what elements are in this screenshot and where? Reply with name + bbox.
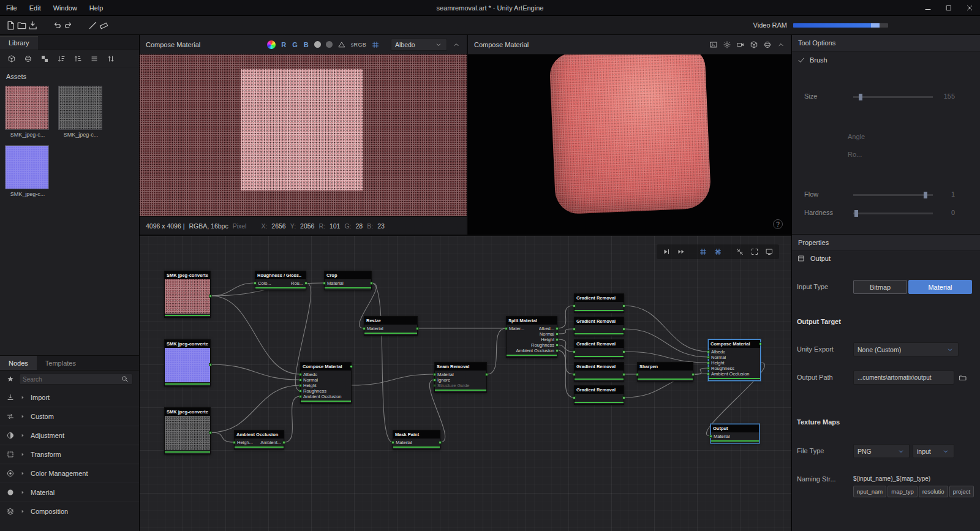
node-smk2[interactable]: SMK jpeg-converte [164, 339, 211, 386]
sort-columns-icon[interactable] [105, 53, 116, 64]
category-composition[interactable]: Composition [0, 502, 139, 521]
file-scope-select[interactable]: input [913, 444, 954, 458]
category-material[interactable]: Material [0, 483, 139, 502]
input-port[interactable] [707, 356, 710, 359]
menu-file[interactable]: File [0, 0, 23, 16]
node-crop[interactable]: CropMaterial [324, 271, 372, 290]
brush-section-header[interactable]: Brush [797, 56, 827, 64]
node-gr5[interactable]: Gradient Removal [574, 385, 624, 405]
output-port[interactable] [370, 282, 373, 285]
group-icon[interactable] [89, 53, 100, 64]
category-transform[interactable]: Transform [0, 445, 139, 464]
node-output-port[interactable] [350, 365, 353, 368]
texture-2d-canvas[interactable] [140, 55, 467, 216]
menu-help[interactable]: Help [83, 0, 110, 16]
hardness-slider[interactable] [853, 213, 933, 214]
size-slider[interactable] [853, 96, 933, 98]
input-port[interactable] [573, 373, 576, 376]
node-smk3[interactable]: SMK jpeg-converte [164, 407, 211, 454]
input-port[interactable] [505, 327, 508, 330]
input-port[interactable] [363, 327, 366, 330]
tab-nodes[interactable]: Nodes [0, 356, 37, 370]
output-port[interactable] [556, 333, 559, 336]
node-graph-editor[interactable]: SMK jpeg-converteRoughness / Gloss..Colo… [140, 235, 791, 531]
srgb-toggle[interactable]: sRGB [351, 42, 366, 48]
input-port[interactable] [391, 441, 394, 444]
collapse-panel-icon[interactable] [777, 40, 785, 49]
input-port[interactable] [299, 390, 302, 393]
asset-thumbnail[interactable]: SMK_jpeg-c... [5, 86, 50, 138]
node-resize[interactable]: ResizeMaterial [364, 316, 418, 336]
step-forward-icon[interactable] [659, 246, 674, 258]
node-seam[interactable]: Seam RemovalMaterialIgnoreStructure Guid… [434, 362, 487, 393]
grid-icon[interactable] [696, 246, 710, 258]
output-port[interactable] [439, 441, 442, 444]
input-type-material-button[interactable]: Material [908, 280, 972, 294]
fast-forward-icon[interactable] [674, 246, 688, 258]
input-port[interactable] [573, 396, 576, 399]
checker-icon[interactable] [39, 53, 50, 64]
node-output-port[interactable] [209, 295, 212, 298]
import-file-icon[interactable] [27, 20, 38, 31]
slider-handle[interactable] [924, 192, 927, 198]
node-output-port[interactable] [209, 431, 212, 434]
search-input[interactable] [23, 376, 121, 383]
naming-value[interactable]: $(input_name)_$(map_type) [853, 475, 930, 482]
node-compose1[interactable]: Compose MaterialAlbedoNormalHeightRoughn… [300, 362, 352, 404]
channel-r-button[interactable]: R [281, 41, 287, 48]
node-ao[interactable]: Ambient OcclusionHeigh...Ambient... [234, 430, 284, 450]
output-port[interactable] [622, 396, 625, 399]
color-wheel-icon[interactable] [267, 40, 276, 49]
unity-export-select[interactable]: None (Custom) [853, 342, 959, 356]
shrink-icon[interactable] [733, 246, 747, 258]
input-port[interactable] [323, 282, 326, 285]
redo-icon[interactable] [62, 20, 74, 31]
slider-handle[interactable] [859, 94, 862, 100]
input-port[interactable] [433, 384, 436, 387]
close-icon[interactable] [959, 0, 980, 16]
input-port[interactable] [573, 304, 576, 307]
output-port[interactable] [622, 350, 625, 353]
collapse-panel-icon[interactable] [452, 40, 461, 49]
category-import[interactable]: Import [0, 388, 139, 407]
display-icon[interactable] [762, 246, 777, 258]
naming-tag[interactable]: nput_nam [853, 486, 886, 497]
new-file-icon[interactable] [5, 20, 16, 31]
input-port[interactable] [299, 373, 302, 376]
output-port[interactable] [282, 441, 285, 444]
maximize-icon[interactable] [938, 0, 959, 16]
input-type-bitmap-button[interactable]: Bitmap [853, 280, 907, 294]
node-output-port[interactable] [209, 363, 212, 366]
render-3d-canvas[interactable]: ? [468, 55, 791, 235]
output-port[interactable] [622, 328, 625, 331]
sphere-mesh-icon[interactable] [763, 40, 772, 49]
input-port[interactable] [707, 372, 710, 375]
node-output-port[interactable] [759, 342, 762, 345]
output-port[interactable] [556, 338, 559, 341]
input-port[interactable] [299, 378, 302, 382]
category-custom[interactable]: Custom [0, 407, 139, 426]
sphere-view-icon[interactable] [23, 53, 34, 64]
camera-icon[interactable] [736, 40, 745, 49]
help-button[interactable]: ? [773, 219, 783, 229]
line-tool-icon[interactable] [87, 20, 98, 31]
sort-asc-icon[interactable] [56, 53, 67, 64]
cube-mesh-icon[interactable] [750, 40, 758, 49]
input-port[interactable] [299, 384, 302, 387]
minimize-icon[interactable] [918, 0, 938, 16]
favorites-star-icon[interactable] [6, 375, 15, 383]
eraser-icon[interactable] [98, 20, 109, 31]
output-port[interactable] [304, 282, 307, 285]
node-gr2[interactable]: Gradient Removal [574, 317, 624, 336]
file-type-select[interactable]: PNG [853, 444, 910, 458]
undo-icon[interactable] [51, 20, 62, 31]
input-port[interactable] [707, 367, 710, 370]
output-port[interactable] [556, 349, 559, 352]
node-split[interactable]: Split MaterialMater...Albed...NormalHeig… [506, 316, 557, 358]
menu-window[interactable]: Window [47, 0, 83, 16]
lighting-sun-icon[interactable] [723, 40, 731, 49]
input-port[interactable] [433, 373, 436, 376]
output-port[interactable] [622, 373, 625, 376]
tab-templates[interactable]: Templates [37, 356, 85, 370]
output-port[interactable] [556, 327, 559, 330]
